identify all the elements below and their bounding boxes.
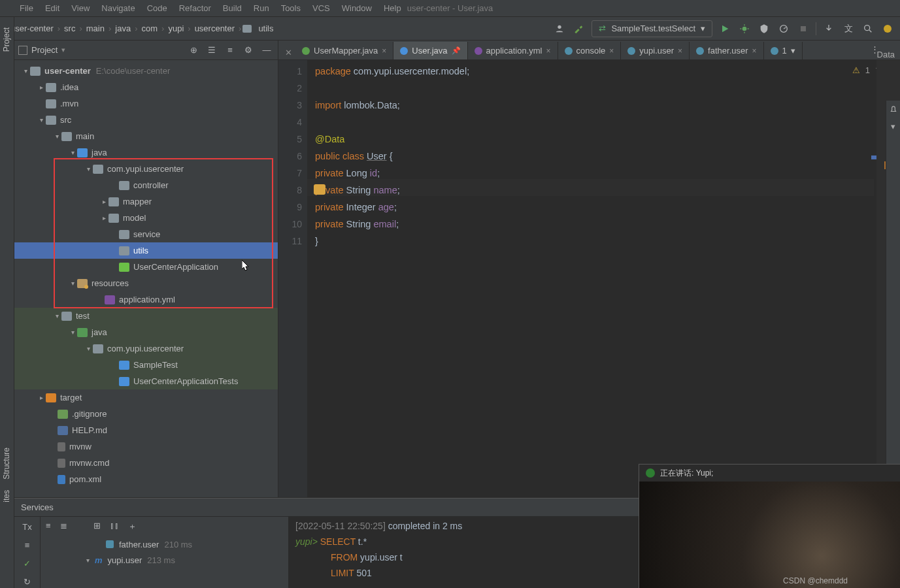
crumb-main[interactable]: main (84, 24, 107, 33)
menu-window[interactable]: Window (342, 3, 372, 13)
close-icon[interactable]: × (609, 46, 614, 56)
rerun-icon[interactable]: ↻ (20, 575, 35, 588)
tree-item-mvn[interactable]: .mvn (14, 95, 278, 112)
project-tree[interactable]: ▾ user-center E:\code\user-center ▸.idea… (14, 60, 278, 497)
menu-build[interactable]: Build (223, 3, 242, 13)
expand-all-icon[interactable]: ☰ (205, 43, 219, 57)
tree-project-root[interactable]: ▾ user-center E:\code\user-center (14, 63, 278, 79)
ide-settings-icon[interactable] (880, 22, 895, 36)
gear-icon[interactable]: ⚙ (241, 43, 256, 57)
tab-usermapper[interactable]: UserMapper.java× (295, 42, 393, 59)
hide-panel-icon[interactable]: — (259, 43, 274, 57)
chevron-down-icon[interactable]: ▾ (886, 118, 900, 135)
profiler-button[interactable] (776, 22, 791, 36)
tree-item-uctests[interactable]: UserCenterApplicationTests (14, 373, 278, 389)
menu-edit[interactable]: Edit (45, 3, 59, 13)
crumb-com[interactable]: com (139, 24, 161, 33)
menu-run[interactable]: Run (254, 3, 269, 13)
locate-icon[interactable]: ⊕ (186, 43, 201, 57)
crumb-java[interactable]: java (112, 24, 133, 33)
run-config-dropdown[interactable]: ⇄ SampleTest.testSelect ▾ (592, 20, 712, 37)
tree-item-helpmd[interactable]: HELP.md (14, 422, 278, 438)
tree-item-appclass[interactable]: UserCenterApplication (14, 259, 278, 275)
check-icon[interactable]: ✓ (20, 557, 35, 570)
tree-item-test-pkg[interactable]: ▾com.yupi.usercenter (14, 340, 278, 357)
menu-vcs[interactable]: VCS (312, 3, 330, 13)
collapse-all-icon[interactable]: ≡ (223, 43, 237, 57)
menu-file[interactable]: File (20, 3, 33, 13)
crumb-usercenter[interactable]: usercenter (192, 24, 237, 33)
layout-icon[interactable]: ⫿⫿ (110, 521, 119, 532)
debug-button[interactable] (737, 22, 752, 36)
tab-extra[interactable]: 1▾ (764, 42, 803, 59)
services-tree[interactable]: ≡ ≣ ⊞ ⫿⫿ ＋ father.user 210 ms ▾ m yupi.u… (41, 517, 289, 588)
code-editor[interactable]: 123 456 789 1011 package com.yupi.userce… (278, 60, 900, 497)
collapse-icon[interactable]: ≡ (46, 521, 51, 532)
stop-button[interactable] (796, 22, 810, 36)
tree-item-mvnwcmd[interactable]: mvnw.cmd (14, 455, 278, 471)
filter-icon[interactable]: Tx (20, 521, 35, 534)
menu-help[interactable]: Help (384, 3, 401, 13)
editor-marker-bar[interactable] (871, 60, 876, 497)
tab-close-all-icon[interactable]: ✕ (281, 45, 295, 59)
crumb-project[interactable]: user-center (8, 24, 56, 33)
tree-item-service[interactable]: service (14, 226, 278, 242)
tree-item-idea[interactable]: ▸.idea (14, 79, 278, 95)
tree-item-src[interactable]: ▾src (14, 112, 278, 128)
coverage-button[interactable] (757, 22, 771, 36)
tree-item-model[interactable]: ▸model (14, 210, 278, 226)
tree-item-mapper[interactable]: ▸mapper (14, 193, 278, 210)
crumb-utils[interactable]: utils (256, 24, 276, 33)
tab-console[interactable]: console× (558, 42, 622, 59)
tree-item-test-java[interactable]: ▾java (14, 324, 278, 340)
service-node-yupi[interactable]: ▾ m yupi.user 213 ms (41, 552, 288, 568)
tree-item-pomxml[interactable]: pom.xml (14, 471, 278, 487)
pin-icon[interactable]: 📌 (452, 46, 461, 55)
tree-item-pkg[interactable]: ▾com.yupi.usercenter (14, 161, 278, 177)
vcs-update-icon[interactable] (822, 22, 836, 36)
code-body[interactable]: package com.yupi.usercenter.model; impor… (307, 60, 900, 497)
hammer-icon[interactable] (572, 22, 586, 36)
side-tab-project[interactable]: Project (0, 22, 13, 57)
intention-bulb-icon[interactable] (314, 184, 325, 195)
collapse2-icon[interactable]: ≣ (60, 521, 67, 532)
menu-tools[interactable]: Tools (281, 3, 301, 13)
menu-code[interactable]: Code (147, 3, 167, 13)
crumb-yupi[interactable]: yupi (165, 24, 186, 33)
tree-item-utils[interactable]: utils (14, 242, 278, 259)
tree-item-target[interactable]: ▸target (14, 389, 278, 406)
close-icon[interactable]: × (382, 46, 386, 56)
tab-application-yml[interactable]: application.yml× (468, 42, 558, 59)
close-icon[interactable]: × (678, 46, 682, 56)
crumb-src[interactable]: src (61, 24, 78, 33)
tree-item-main[interactable]: ▾main (14, 128, 278, 144)
translate-icon[interactable]: 文 (841, 22, 856, 36)
add-tab-icon[interactable]: ⋮ (869, 44, 880, 54)
tree-item-test[interactable]: ▾test (14, 308, 278, 324)
tree-item-sampletest[interactable]: SampleTest (14, 357, 278, 373)
tab-user[interactable]: User.java📌 (393, 42, 467, 59)
tree-item-gitignore[interactable]: .gitignore (14, 406, 278, 422)
side-tab-ites[interactable]: ites (0, 485, 13, 508)
close-icon[interactable]: × (752, 46, 757, 56)
account-icon[interactable] (552, 22, 567, 36)
close-icon[interactable]: × (546, 46, 551, 56)
expand-icon[interactable]: ≡ (20, 539, 35, 552)
menu-refactor[interactable]: Refactor (179, 3, 211, 13)
tree-item-java[interactable]: ▾java (14, 144, 278, 161)
grid-icon[interactable]: ⊞ (93, 521, 101, 532)
tab-father-user[interactable]: father.user× (690, 42, 763, 59)
tree-item-appyml[interactable]: application.yml (14, 291, 278, 308)
service-node-father[interactable]: father.user 210 ms (41, 536, 288, 552)
menu-navigate[interactable]: Navigate (101, 3, 135, 13)
search-everywhere-icon[interactable] (861, 22, 875, 36)
tree-item-resources[interactable]: ▾resources (14, 275, 278, 291)
notifications-icon[interactable] (886, 101, 900, 118)
tab-yupi-user[interactable]: yupi.user× (621, 42, 690, 59)
add-icon[interactable]: ＋ (128, 521, 137, 532)
tree-item-controller[interactable]: controller (14, 177, 278, 193)
side-tab-structure[interactable]: Structure (0, 442, 13, 485)
menu-view[interactable]: View (71, 3, 90, 13)
tree-item-mvnw[interactable]: mvnw (14, 438, 278, 455)
project-view-dropdown[interactable]: Project ▾ (31, 45, 65, 55)
